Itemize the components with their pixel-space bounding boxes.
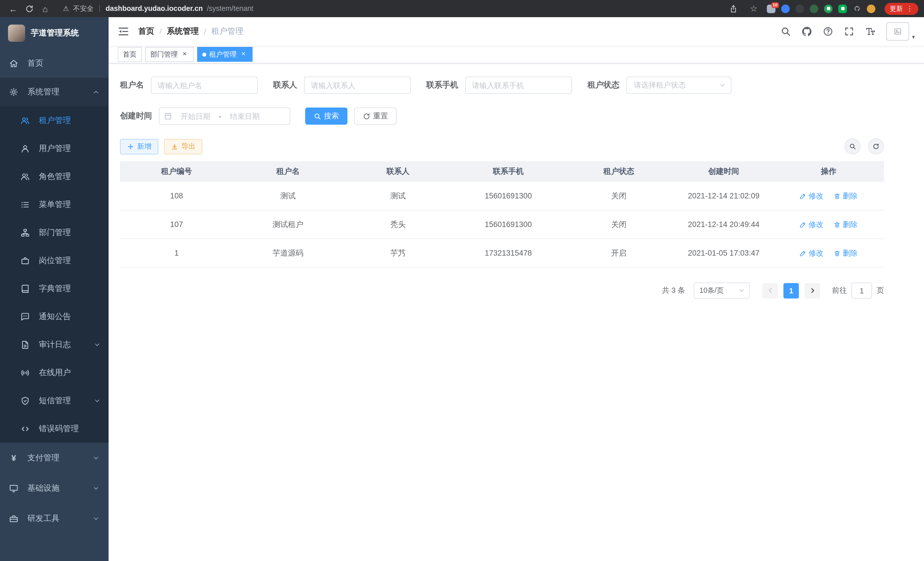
sidebar-item-system[interactable]: 系统管理 [0, 78, 109, 106]
edit-icon [800, 193, 806, 199]
extension-icon-5[interactable] [824, 4, 832, 13]
status-select[interactable]: 请选择租户状态 [626, 77, 731, 94]
fullscreen-icon[interactable] [844, 26, 854, 37]
refresh-table-button[interactable] [868, 138, 884, 154]
app-logo [8, 25, 25, 42]
prev-page-button[interactable] [762, 283, 778, 298]
header-search-icon[interactable] [781, 26, 791, 37]
cell-status: 关闭 [563, 210, 674, 239]
extension-icon-6[interactable] [838, 4, 847, 13]
sidebar-item-label: 角色管理 [39, 171, 71, 182]
sidebar-item-sms[interactable]: 短信管理 [0, 387, 109, 415]
screen: ← ⌂ ⚠ 不安全 dashboard.yudao.iocoder.cn/sys… [0, 0, 924, 561]
sidebar-item-label: 菜单管理 [39, 199, 71, 210]
users-icon [21, 116, 30, 125]
cell-status: 关闭 [563, 182, 674, 210]
avatar[interactable] [886, 22, 909, 41]
sidebar-item-label: 岗位管理 [39, 255, 71, 266]
delete-button[interactable]: 删除 [834, 248, 858, 258]
extension-icon-1[interactable]: 10 [767, 4, 776, 13]
sidebar-item-user[interactable]: 用户管理 [0, 134, 109, 162]
cell-contact: 秃头 [343, 210, 453, 239]
security-label[interactable]: 不安全 [73, 4, 94, 14]
app-logo-row[interactable]: 芋道管理系统 [0, 17, 109, 49]
tag-label: 租户管理 [209, 50, 237, 59]
tenant-name-input[interactable] [151, 77, 258, 94]
breadcrumb-home[interactable]: 首页 [138, 26, 154, 37]
extension-icon-3[interactable] [795, 4, 804, 13]
create-time-range-picker[interactable]: - [159, 108, 290, 125]
edit-label: 修改 [808, 219, 824, 230]
browser-home-icon[interactable]: ⌂ [38, 2, 52, 15]
address-bar[interactable]: ⚠ 不安全 dashboard.yudao.iocoder.cn/system/… [63, 4, 718, 14]
extension-icon-2[interactable] [781, 4, 790, 13]
next-page-button[interactable] [805, 283, 820, 298]
docs-question-icon[interactable] [823, 26, 833, 37]
add-button-label: 新增 [137, 141, 152, 151]
sidebar-item-infrastructure[interactable]: 基础设施 [0, 473, 109, 503]
tag-tenant[interactable]: 租户管理 × [197, 47, 253, 62]
bookmark-star-icon[interactable]: ☆ [746, 2, 761, 15]
calendar-icon [164, 112, 172, 120]
sidebar-item-dept[interactable]: 部门管理 [0, 218, 109, 247]
tag-home[interactable]: 首页 [118, 47, 142, 62]
add-button[interactable]: 新增 [120, 139, 158, 154]
breadcrumb-system[interactable]: 系统管理 [167, 26, 199, 37]
delete-button[interactable]: 删除 [834, 219, 858, 230]
sidebar-item-menu[interactable]: 菜单管理 [0, 190, 109, 218]
sidebar-item-tenant[interactable]: 租户管理 [0, 106, 109, 134]
edit-button[interactable]: 修改 [800, 248, 824, 258]
gear-icon [9, 87, 18, 97]
sidebar-item-role[interactable]: 角色管理 [0, 162, 109, 190]
sidebar-item-dict[interactable]: 字典管理 [0, 274, 109, 302]
sidebar-item-label: 部门管理 [39, 227, 71, 238]
reset-button[interactable]: 重置 [354, 108, 397, 125]
sidebar-item-home[interactable]: 首页 [0, 49, 109, 78]
profile-avatar-icon[interactable] [867, 4, 875, 13]
yen-icon: ¥ [9, 453, 18, 463]
browser-back-icon[interactable]: ← [6, 2, 21, 15]
extensions-puzzle-icon[interactable] [853, 4, 861, 13]
toggle-search-button[interactable] [844, 138, 861, 154]
extension-badge: 10 [771, 2, 779, 8]
sidebar-item-online-users[interactable]: 在线用户 [0, 359, 109, 387]
search-button[interactable]: 搜索 [305, 108, 347, 125]
close-icon[interactable]: × [181, 50, 189, 58]
edit-button[interactable]: 修改 [800, 191, 824, 201]
font-size-icon[interactable] [865, 26, 875, 37]
browser-menu-icon[interactable]: ⋮ [906, 5, 913, 12]
sidebar-item-payment[interactable]: ¥ 支付管理 [0, 443, 109, 473]
page-1-button[interactable]: 1 [783, 283, 799, 298]
edit-label: 修改 [808, 248, 824, 258]
sidebar-item-label: 错误码管理 [39, 423, 79, 434]
caret-down-icon[interactable]: ▾ [912, 34, 915, 41]
user-avatar-menu[interactable]: ▾ [886, 22, 915, 41]
sidebar-item-audit-log[interactable]: 审计日志 [0, 331, 109, 359]
chevron-down-icon [93, 485, 99, 492]
tag-dept[interactable]: 部门管理 × [145, 47, 194, 62]
breadcrumb: 首页 / 系统管理 / 租户管理 [138, 26, 243, 37]
close-icon[interactable]: × [239, 50, 248, 58]
github-icon[interactable] [802, 26, 812, 37]
start-date-input[interactable] [174, 111, 217, 121]
share-icon[interactable] [726, 2, 741, 15]
tenant-name-label: 租户名 [120, 80, 151, 90]
end-date-input[interactable] [224, 111, 266, 121]
mobile-input[interactable] [465, 77, 572, 94]
sidebar-item-dev-tools[interactable]: 研发工具 [0, 503, 109, 534]
goto-page-input[interactable] [851, 283, 872, 299]
delete-button[interactable]: 删除 [834, 191, 858, 201]
edit-button[interactable]: 修改 [800, 219, 824, 230]
browser-actions: ☆ 10 更新 ⋮ [726, 2, 918, 15]
sidebar-item-post[interactable]: 岗位管理 [0, 247, 109, 274]
page-size-select[interactable]: 10条/页 [694, 283, 750, 299]
cell-contact: 芋艿 [343, 239, 453, 267]
browser-reload-icon[interactable] [22, 2, 37, 15]
contact-input[interactable] [304, 77, 411, 94]
browser-update-button[interactable]: 更新 ⋮ [885, 3, 918, 15]
export-button[interactable]: 导出 [164, 139, 202, 154]
sidebar-item-notice[interactable]: 通知公告 [0, 302, 109, 331]
sidebar-toggle-icon[interactable] [118, 26, 129, 37]
extension-icon-4[interactable] [810, 4, 818, 13]
sidebar-item-error-code[interactable]: 错误码管理 [0, 415, 109, 443]
